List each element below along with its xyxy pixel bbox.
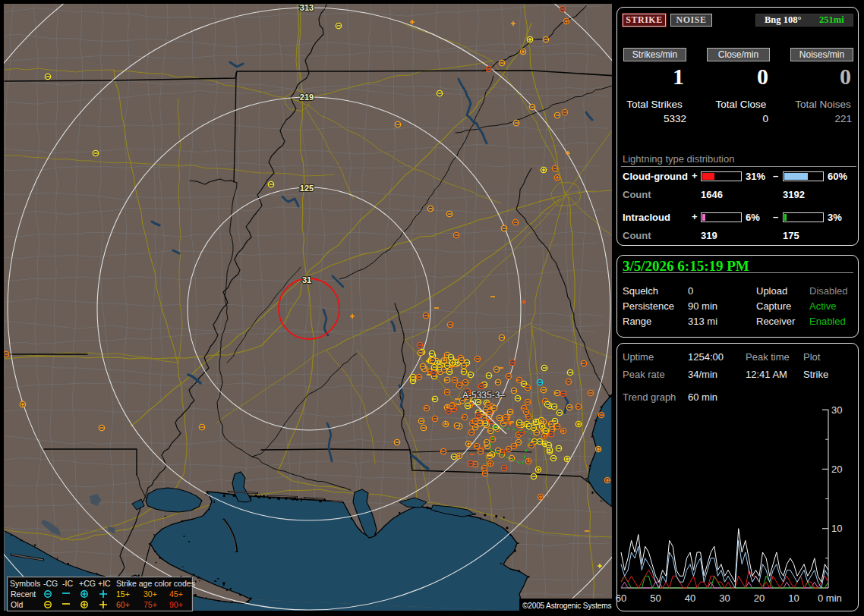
svg-text:30: 30 [831,406,842,416]
svg-text:20: 20 [831,464,842,475]
svg-text:31: 31 [302,275,311,284]
svg-text:50: 50 [650,592,661,604]
svg-text:40: 40 [685,592,695,604]
svg-text:219: 219 [300,93,314,102]
svg-text:60: 60 [616,592,626,604]
svg-text:10: 10 [788,592,799,604]
svg-text:0 min: 0 min [818,592,842,604]
svg-text:10: 10 [831,523,842,534]
svg-text:313: 313 [300,4,314,12]
svg-text:30: 30 [719,592,730,604]
svg-text:125: 125 [300,184,314,193]
svg-text:20: 20 [754,592,765,604]
svg-text:A-5335-3–: A-5335-3– [462,390,505,401]
